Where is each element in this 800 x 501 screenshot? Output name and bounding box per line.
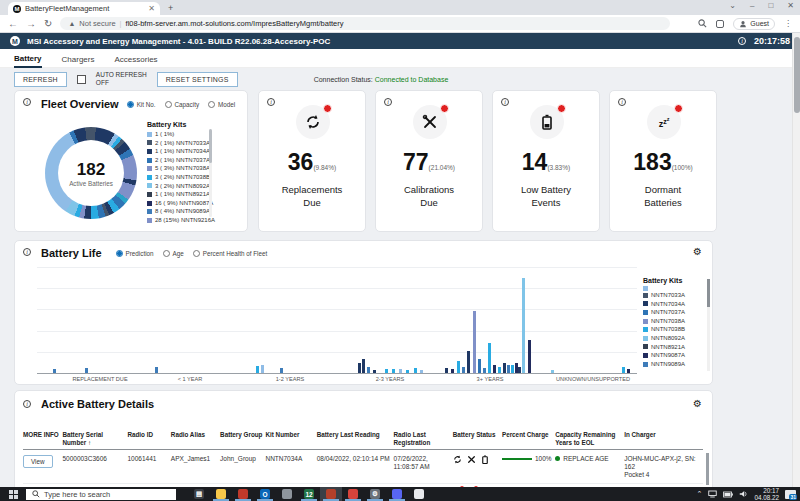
tab-close-icon[interactable]: ✕ — [148, 4, 155, 13]
radio-age-label: Age — [173, 250, 184, 257]
replacements-due-card[interactable]: i 36(9.84%) ReplacementsDue — [258, 90, 366, 232]
window-controls: ⌄ – □ ✕ — [729, 1, 794, 10]
header-percent-charge[interactable]: Percent Charge — [502, 431, 555, 439]
details-settings-gear-icon[interactable]: ⚙ — [693, 398, 702, 409]
fleet-info-icon[interactable]: i — [23, 98, 31, 106]
taskbar-app-purple-app[interactable] — [386, 487, 408, 501]
low-battery-events-card[interactable]: i 14(3.83%) Low BatteryEvents — [492, 90, 600, 232]
file-explorer-icon — [216, 489, 226, 499]
radio-model[interactable]: Model — [208, 101, 235, 108]
battery-life-legend-scroll-thumb[interactable] — [707, 279, 710, 307]
taskbar-app-chrome-2[interactable] — [342, 487, 364, 501]
legend-label: NNTN7033A — [651, 291, 685, 300]
header-last-reading[interactable]: Battery Last Reading — [317, 431, 394, 439]
taskbar-app-task-view[interactable]: ▤ — [188, 487, 210, 501]
tab-battery[interactable]: Battery — [14, 49, 42, 68]
header-last-registration[interactable]: Radio Last Registration — [394, 431, 453, 446]
minimize-icon[interactable]: – — [750, 1, 754, 10]
header-radio-alias[interactable]: Radio Alias — [171, 431, 220, 439]
taskbar-app-settings[interactable]: ⚙ — [364, 487, 386, 501]
taskbar-app-bfm-client[interactable] — [320, 487, 342, 501]
sort-asc-icon[interactable]: ↑ — [88, 439, 91, 446]
taskbar-app-printer-app[interactable] — [276, 487, 298, 501]
header-in-charger[interactable]: In Charger — [624, 431, 703, 439]
header-radio-id[interactable]: Radio ID — [127, 431, 170, 439]
page-scrollbar[interactable] — [792, 33, 800, 487]
replacements-info-icon[interactable]: i — [267, 98, 275, 106]
fleet-legend-scrollbar[interactable] — [209, 129, 212, 217]
reset-settings-button[interactable]: RESET SETTINGS — [157, 72, 238, 87]
tray-display-icon[interactable] — [708, 490, 717, 498]
radio-prediction[interactable]: Prediction — [116, 250, 154, 257]
legend-swatch — [643, 286, 648, 291]
dormant-info-icon[interactable]: i — [618, 98, 626, 106]
url-box[interactable]: ▲ Not secure | fl08-bfm-server.am.mot-so… — [60, 17, 670, 30]
radio-capacity-dot — [165, 101, 172, 108]
radio-percent-health[interactable]: Percent Health of Fleet — [193, 250, 267, 257]
motorola-logo-icon: M — [10, 36, 20, 46]
forward-icon[interactable]: → — [26, 18, 36, 29]
reload-icon[interactable]: ↻ — [44, 18, 52, 29]
table-scrollbar[interactable] — [706, 453, 709, 485]
page-scrollbar-thumb[interactable] — [794, 37, 800, 113]
header-kit-number[interactable]: Kit Number — [265, 431, 316, 439]
battery-life-legend-scrollbar[interactable] — [707, 279, 710, 371]
new-tab-button[interactable]: + — [168, 3, 173, 13]
header-info-icon[interactable]: i — [738, 37, 746, 45]
tab-accessories[interactable]: Accessories — [114, 50, 157, 67]
battery-life-info-icon[interactable]: i — [23, 248, 31, 256]
battery-life-settings-gear-icon[interactable]: ⚙ — [693, 246, 702, 257]
calibrations-due-card[interactable]: i 77(21.04%) CalibrationsDue — [375, 90, 483, 232]
low-battery-info-icon[interactable]: i — [501, 98, 509, 106]
taskbar-app-project-app[interactable]: 12 — [298, 487, 320, 501]
back-icon[interactable]: ← — [8, 18, 18, 29]
radio-capacity[interactable]: Capacity — [165, 101, 200, 108]
guest-profile-button[interactable]: Guest — [733, 18, 775, 30]
calibrations-info-icon[interactable]: i — [384, 98, 392, 106]
calibrations-icon-circle — [413, 105, 447, 139]
search-icon[interactable] — [698, 19, 707, 28]
view-button[interactable]: View — [23, 455, 53, 468]
battery-life-legend-title: Battery Kits — [643, 277, 703, 284]
notification-center-icon[interactable]: 31 — [785, 490, 796, 499]
fleet-donut-chart[interactable]: 182 Active Batteries — [45, 127, 137, 219]
header-serial[interactable]: Battery Serial Number ↑ — [62, 431, 127, 446]
browser-tab[interactable]: M BatteryFleetManagement ✕ — [8, 2, 160, 15]
fleet-legend-scroll-thumb[interactable] — [209, 129, 212, 163]
taskbar-search[interactable]: Type here to search — [26, 489, 176, 500]
taskbar-app-chrome-3[interactable] — [408, 487, 430, 501]
tray-battery-icon[interactable] — [723, 491, 733, 498]
tray-volume-icon[interactable] — [739, 490, 748, 498]
side-panel-icon[interactable] — [716, 20, 724, 28]
dormant-batteries-card[interactable]: i zzz 183(100%) DormantBatteries — [609, 90, 717, 232]
chart-bar — [362, 359, 365, 373]
auto-refresh-checkbox[interactable] — [77, 75, 86, 84]
taskbar-app-outlook[interactable]: O — [254, 487, 276, 501]
header-battery-status[interactable]: Battery Status — [453, 431, 502, 439]
window-menu-icon[interactable]: ⌄ — [729, 1, 736, 10]
tab-chargers[interactable]: Chargers — [62, 50, 95, 67]
battery-life-chart[interactable] — [37, 267, 637, 374]
tray-chevron-icon[interactable]: ⌃ — [697, 490, 703, 498]
battery-life-options: Prediction Age Percent Health of Fleet — [116, 250, 268, 257]
taskbar-app-file-explorer[interactable] — [210, 487, 232, 501]
radio-age[interactable]: Age — [163, 250, 184, 257]
cell-registration: 07/26/2022, 11:08:57 AM — [394, 455, 453, 471]
maximize-icon[interactable]: □ — [768, 1, 773, 10]
browser-menu-icon[interactable]: ⋮ — [784, 19, 792, 28]
refresh-button[interactable]: REFRESH — [14, 72, 67, 87]
close-icon[interactable]: ✕ — [787, 1, 794, 10]
header-capacity-remaining[interactable]: Capacity Remaining Years to EOL — [555, 431, 624, 446]
start-button-icon[interactable] — [9, 490, 18, 499]
low-battery-label: Low BatteryEvents — [493, 183, 599, 209]
radio-prediction-label: Prediction — [126, 250, 154, 257]
fleet-legend-item: 16 ( 9%) NNTN9087A — [147, 199, 217, 208]
tray-clock[interactable]: 20:17 04.08.22 — [754, 487, 779, 501]
header-more-info[interactable]: MORE INFO — [23, 431, 62, 439]
radio-kit-no[interactable]: Kit No. — [127, 101, 156, 108]
details-info-icon[interactable]: i — [23, 400, 31, 408]
header-battery-group[interactable]: Battery Group — [220, 431, 265, 439]
header-serial-label: Battery Serial Number — [62, 431, 103, 446]
taskbar-app-chrome-profile[interactable] — [232, 487, 254, 501]
low-battery-icon-circle — [530, 105, 564, 139]
